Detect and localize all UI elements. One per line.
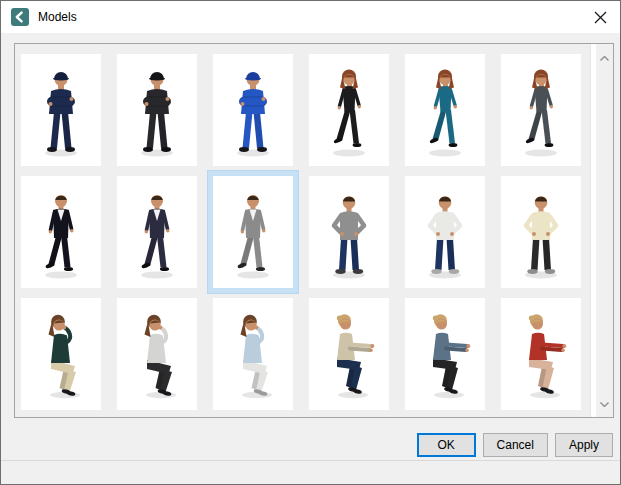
- model-figure-man-coverall-navy: [21, 54, 101, 166]
- model-figure-man-suit-black: [21, 176, 101, 288]
- model-grid: [21, 54, 581, 410]
- model-figure-woman-sitting-reach-beige: [309, 298, 389, 410]
- model-tile-man-sweater-white-jeans[interactable]: [405, 176, 485, 288]
- models-dialog: Models: [0, 0, 621, 485]
- model-tile-woman-sitting-phone-blue[interactable]: [213, 298, 293, 410]
- model-tile-woman-walking-gray[interactable]: [501, 54, 581, 166]
- model-figure-woman-walking-teal: [405, 54, 485, 166]
- model-figure-woman-sitting-reach-slate: [405, 298, 485, 410]
- dialog-title: Models: [38, 1, 77, 33]
- apply-button[interactable]: Apply: [555, 433, 613, 457]
- model-list-panel: [14, 43, 614, 418]
- model-figure-man-coverall-black: [117, 54, 197, 166]
- model-figure-man-sweater-gray-jeans: [309, 176, 389, 288]
- model-figure-woman-sitting-reach-red: [501, 298, 581, 410]
- model-tile-woman-sitting-reach-beige[interactable]: [309, 298, 389, 410]
- cancel-button[interactable]: Cancel: [483, 433, 548, 457]
- titlebar[interactable]: Models: [1, 1, 620, 33]
- scroll-down-button[interactable]: [596, 396, 613, 413]
- model-tile-woman-sitting-phone-gray[interactable]: [117, 298, 197, 410]
- model-tile-man-coverall-black[interactable]: [117, 54, 197, 166]
- model-tile-man-coverall-blue[interactable]: [213, 54, 293, 166]
- model-tile-woman-sitting-reach-slate[interactable]: [405, 298, 485, 410]
- model-figure-woman-sitting-phone-gray: [117, 298, 197, 410]
- model-figure-man-suit-gray: [213, 176, 293, 288]
- model-figure-man-sweater-cream-black: [501, 176, 581, 288]
- model-figure-man-coverall-blue: [213, 54, 293, 166]
- model-figure-woman-sitting-phone-blue: [213, 298, 293, 410]
- vertical-scrollbar[interactable]: [590, 44, 613, 417]
- close-button[interactable]: [580, 1, 620, 33]
- model-tile-man-sweater-gray-jeans[interactable]: [309, 176, 389, 288]
- model-figure-woman-walking-gray: [501, 54, 581, 166]
- model-tile-man-suit-navy[interactable]: [117, 176, 197, 288]
- app-back-chevron-icon: [11, 8, 29, 26]
- bottom-separator: [1, 460, 620, 461]
- close-icon: [594, 11, 607, 24]
- model-tile-woman-sitting-reach-red[interactable]: [501, 298, 581, 410]
- dialog-button-row: OK Cancel Apply: [417, 433, 613, 457]
- chevron-down-icon: [600, 402, 609, 407]
- ok-button[interactable]: OK: [417, 433, 476, 457]
- model-tile-woman-walking-black[interactable]: [309, 54, 389, 166]
- scrollbar-track[interactable]: [596, 44, 613, 417]
- model-tile-man-coverall-navy[interactable]: [21, 54, 101, 166]
- model-figure-man-suit-navy: [117, 176, 197, 288]
- scroll-up-button[interactable]: [596, 50, 613, 67]
- model-tile-woman-sitting-phone-green[interactable]: [21, 298, 101, 410]
- model-figure-woman-walking-black: [309, 54, 389, 166]
- model-tile-man-suit-black[interactable]: [21, 176, 101, 288]
- model-figure-man-sweater-white-jeans: [405, 176, 485, 288]
- model-tile-man-suit-gray-selected[interactable]: [213, 176, 293, 288]
- model-figure-woman-sitting-phone-green: [21, 298, 101, 410]
- model-tile-man-sweater-cream-black[interactable]: [501, 176, 581, 288]
- chevron-up-icon: [600, 56, 609, 61]
- model-tile-woman-walking-teal[interactable]: [405, 54, 485, 166]
